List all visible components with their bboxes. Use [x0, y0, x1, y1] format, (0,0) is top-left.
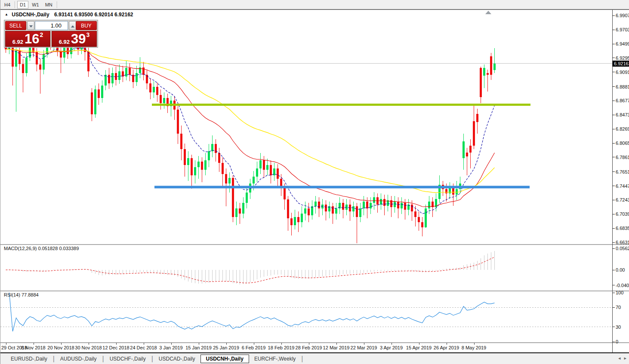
tab-separator: |	[102, 355, 104, 363]
price-axis-label: 6.90910	[616, 70, 629, 75]
chart-tab-audusd-daily[interactable]: AUDUSD-,Daily	[55, 355, 102, 363]
price-axis-label: 6.78610	[616, 155, 629, 160]
price-axis-label: 6.70390	[616, 211, 629, 217]
price-axis-tick	[613, 44, 615, 44]
date-axis-tick	[474, 343, 475, 345]
buy-price-fraction: 3	[86, 31, 90, 38]
price-axis-label: 6.82690	[616, 126, 629, 132]
macd-indicator-pane[interactable]	[0, 245, 612, 291]
date-axis-tick	[6, 343, 6, 345]
rsi-indicator-pane[interactable]	[0, 291, 612, 343]
timeframe-toolbar: H4D1W1MN	[0, 0, 629, 9]
tab-scroll-left-icon[interactable]: ◂	[618, 355, 621, 361]
buy-button[interactable]: BUY	[76, 21, 97, 30]
rsi-axis-tick	[613, 342, 615, 342]
price-axis-tick	[613, 228, 615, 229]
price-axis-tick	[613, 72, 615, 72]
chart-tab-usdcad-daily[interactable]: USDCAD-,Daily	[154, 355, 200, 363]
price-axis-label: 6.92950	[616, 55, 629, 61]
date-axis-tick	[419, 343, 419, 345]
price-axis-tick	[613, 58, 615, 58]
price-axis-label: 6.84730	[616, 112, 629, 117]
timeframe-button-w1[interactable]: W1	[29, 1, 42, 9]
date-axis-separator	[0, 343, 629, 343]
price-axis-tick	[613, 143, 615, 144]
rsi-axis-label: 70	[616, 305, 629, 310]
collapse-panel-icon[interactable]: ▲	[5, 12, 8, 16]
price-axis-tick	[613, 214, 615, 214]
resistance-line	[152, 104, 530, 106]
rsi-line	[9, 293, 495, 331]
chart-tab-usdchf-daily[interactable]: USDCHF-,Daily	[105, 355, 151, 363]
chart-ohlc-values: 6.93141 6.93500 6.92014 6.92162	[54, 12, 133, 18]
pane-separator[interactable]	[0, 244, 629, 245]
date-axis-tick	[34, 343, 34, 345]
price-axis-label: 6.99070	[616, 13, 629, 18]
chart-tab-eurchf-weekly[interactable]: EURCHF-,Weekly	[249, 355, 301, 363]
price-axis-label: 6.86770	[616, 98, 629, 103]
price-axis-tick	[613, 186, 615, 186]
date-axis-tick	[281, 343, 282, 345]
price-axis-label: 6.80650	[616, 141, 629, 146]
date-axis-tick	[226, 343, 227, 345]
price-axis-tick	[613, 171, 615, 172]
price-axis-tick	[613, 157, 615, 157]
price-axis-tick	[613, 242, 615, 243]
buy-price-pips: 39	[71, 33, 86, 45]
volume-decrease-button[interactable]	[27, 21, 34, 30]
price-axis-tick	[613, 200, 615, 200]
volume-input[interactable]	[35, 21, 68, 30]
price-axis-tick	[613, 101, 615, 101]
chart-shift-marker-icon	[485, 11, 491, 14]
chart-symbol-period: USDCNH-,Daily	[12, 12, 49, 18]
price-axis-label: 6.66310	[616, 240, 629, 245]
sell-price-pips: 16	[25, 33, 39, 45]
rsi-axis-label: 0	[616, 339, 629, 344]
toolbar-separator	[15, 1, 15, 8]
date-axis-tick	[199, 343, 199, 345]
date-axis-tick	[254, 343, 254, 345]
current-price-badge: 6.92162	[613, 61, 629, 67]
date-axis-tick	[364, 343, 364, 345]
volume-increase-button[interactable]	[69, 21, 76, 30]
timeframe-button-h4[interactable]: H4	[2, 1, 13, 9]
chart-tab-eurusd-daily[interactable]: EURUSD-,Daily	[6, 355, 52, 363]
price-axis-tick	[613, 15, 615, 16]
date-axis-tick	[336, 343, 337, 345]
date-label: 8 May 2019	[458, 345, 490, 350]
buy-price-main: 6.92	[59, 39, 70, 45]
chart-tabs-bar: EURUSD-,Daily|AUDUSD-,Daily|USDCHF-,Dail…	[0, 353, 629, 364]
date-axis-tick	[171, 343, 172, 345]
macd-label: MACD(12,26,9) 0.051828 0.033389	[4, 246, 79, 251]
rsi-axis-tick	[613, 327, 615, 327]
date-axis-tick	[447, 343, 447, 345]
macd-axis-label: -0.040218	[616, 283, 629, 288]
date-axis-tick	[392, 343, 392, 345]
sell-price-box[interactable]: 6.92162	[5, 31, 50, 47]
pane-separator[interactable]	[0, 291, 629, 291]
sell-button[interactable]: SELL	[5, 21, 26, 30]
price-axis-label: 6.74470	[616, 184, 629, 189]
support-line	[154, 186, 530, 188]
macd-axis-tick	[613, 285, 615, 285]
price-axis-tick	[613, 86, 615, 87]
tab-separator: |	[301, 355, 303, 363]
macd-axis-tick	[613, 270, 615, 270]
tab-scroll-arrows: ◂▸	[615, 355, 626, 361]
price-axis-tick	[613, 115, 615, 115]
timeframe-button-mn[interactable]: MN	[43, 1, 55, 9]
tab-separator: |	[53, 355, 55, 363]
mt4-chart-window: H4D1W1MN ▲ USDCNH-,Daily 6.93141 6.93500…	[0, 0, 629, 364]
buy-price-box[interactable]: 6.92393	[52, 31, 97, 47]
timeframe-button-d1[interactable]: D1	[17, 1, 28, 9]
rsi-axis-label: 30	[616, 324, 629, 330]
chart-tab-usdcnh-daily[interactable]: USDCNH-,Daily	[200, 355, 249, 363]
price-axis-tick	[613, 30, 615, 30]
price-axis-label: 6.68350	[616, 226, 629, 231]
moving-average-10	[6, 48, 495, 214]
rsi-axis-tick	[613, 307, 615, 308]
rsi-axis-label: 100	[616, 290, 629, 295]
price-axis-label: 6.88810	[616, 84, 629, 89]
price-axis-tick	[613, 129, 615, 129]
tab-scroll-right-icon[interactable]: ▸	[624, 355, 626, 361]
